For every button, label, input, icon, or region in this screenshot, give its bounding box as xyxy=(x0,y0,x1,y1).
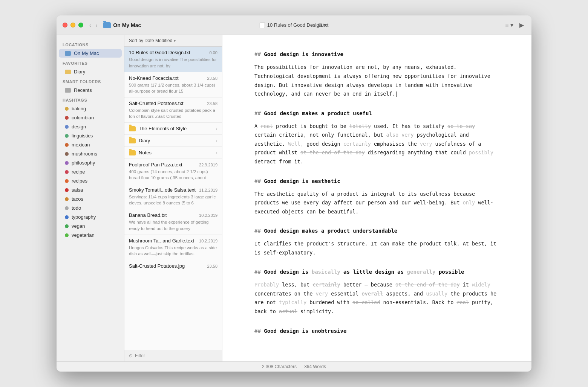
hashtag-dot-mexican xyxy=(65,143,69,147)
file-item-header-6: Foolproof Pan Pizza.text 22.9.2019 xyxy=(129,162,217,168)
titlebar-right: ≡ ▾ ▶ xyxy=(504,21,525,29)
hashtag-dot-philosophy xyxy=(65,161,69,165)
recents-icon xyxy=(65,88,71,93)
sidebar-item-diary[interactable]: Diary xyxy=(59,67,122,76)
folder-item-4[interactable]: Diary › xyxy=(124,135,222,147)
sidebar-item-hashtag-mushrooms[interactable]: mushrooms xyxy=(59,149,122,158)
hashtag-dot-recipes xyxy=(65,179,69,183)
diary-folder-icon xyxy=(65,70,71,74)
muted-possibly: possibly xyxy=(469,149,493,155)
sidebar-item-hashtag-design[interactable]: design xyxy=(59,122,122,131)
file-item-2[interactable]: Salt-Crusted Potatoes.txt 23.58 Colombia… xyxy=(124,98,222,123)
file-size-0: 0.00 xyxy=(210,50,217,55)
filter-icon: ⊙ xyxy=(129,353,133,358)
chevron-right-4: › xyxy=(216,138,217,143)
sidebar-item-hashtag-typography[interactable]: typography xyxy=(59,213,122,221)
sidebar-item-hashtag-baking[interactable]: baking xyxy=(59,104,122,113)
sidebar-item-hashtag-vegan[interactable]: vegan xyxy=(59,222,122,230)
sidebar-item-hashtag-tacos[interactable]: tacos xyxy=(59,195,122,203)
text-cursor xyxy=(396,91,397,97)
strike-certainly: certainly xyxy=(343,141,371,147)
hashtag-label-baking: baking xyxy=(72,106,86,111)
sidebar-item-hashtag-salsa[interactable]: salsa xyxy=(59,186,122,194)
folder-item-left-5: Notes xyxy=(129,150,152,155)
sidebar-item-hashtag-vegetarian[interactable]: vegetarian xyxy=(59,231,122,239)
file-item-9[interactable]: Mushroom Ta...and Garlic.text 10.2.2019 … xyxy=(124,235,222,260)
heading-prefix-6: ## xyxy=(254,328,264,334)
sidebar-item-recents[interactable]: Recents xyxy=(59,86,122,94)
sidebar-item-hashtag-philosophy[interactable]: philosophy xyxy=(59,158,122,167)
file-item-header-10: Salt-Crusted Potatoes.jpg 23.58 xyxy=(129,263,217,269)
sidebar-item-hashtag-todo[interactable]: todo xyxy=(59,204,122,212)
strike-certainly2: certainly xyxy=(312,282,340,288)
sidebar-item-hashtag-mexican[interactable]: mexican xyxy=(59,140,122,149)
close-button[interactable] xyxy=(63,23,67,27)
hashtag-dot-typography xyxy=(65,215,69,219)
file-name-2: Salt-Crusted Potatoes.txt xyxy=(129,101,184,106)
muted-probably: Probably xyxy=(254,282,279,288)
file-item-header-8: Banana Bread.txt 10.2.2019 xyxy=(129,212,217,218)
favorites-label: Favorites xyxy=(57,58,124,67)
heading-prefix-1: ## xyxy=(254,51,264,57)
sidebar-item-onmymac[interactable]: On My Mac xyxy=(59,49,122,58)
hashtag-label-recipes: recipes xyxy=(72,178,87,184)
hashtag-dot-vegan xyxy=(65,224,69,228)
strike-attheend: at the end of the day xyxy=(300,149,365,155)
file-preview-6: 400 grams (14 ounces, about 2 1/2 cups) … xyxy=(129,169,217,181)
folder-name-4: Diary xyxy=(139,138,150,143)
file-item-10[interactable]: Salt-Crusted Potatoes.jpg 23.58 xyxy=(124,260,222,273)
body-4: It clarifies the product's structure. It… xyxy=(254,239,499,257)
sidebar-item-hashtag-recipes[interactable]: recipes xyxy=(59,177,122,185)
strike-overall: overall xyxy=(361,291,383,297)
fullscreen-button[interactable] xyxy=(78,23,83,27)
file-item-7[interactable]: Smoky Tomatil...otle Salsa.text 11.2.201… xyxy=(124,184,222,209)
editor[interactable]: ## Good design is innovative The possibi… xyxy=(222,35,531,361)
heading-5: ## Good design is basically as little de… xyxy=(254,268,499,277)
muted-typically: typically xyxy=(279,299,306,305)
back-arrow[interactable]: ‹ xyxy=(88,21,93,29)
file-name-10: Salt-Crusted Potatoes.jpg xyxy=(129,263,185,269)
list-view-icon[interactable]: ≡ ▾ xyxy=(504,21,515,29)
file-item-header-7: Smoky Tomatil...otle Salsa.text 11.2.201… xyxy=(129,187,217,193)
strike-socalled: so-called xyxy=(352,299,380,305)
hashtag-label-design: design xyxy=(72,124,86,130)
hashtag-label-todo: todo xyxy=(72,205,81,211)
titlebar: ‹ › On My Mac ⊞ ▾ 10 Rules of Good Desig… xyxy=(57,15,531,35)
folder-item-3[interactable]: The Elements of Style › xyxy=(124,123,222,135)
file-item-8[interactable]: Banana Bread.txt 10.2.2019 We have all h… xyxy=(124,209,222,235)
sidebar-item-hashtag-colombian[interactable]: colombian xyxy=(59,113,122,122)
file-preview-1: 500 grams (17 1/2 ounces, about 3 1/4 cu… xyxy=(129,82,217,94)
hashtag-dot-baking xyxy=(65,107,69,111)
sidebar-item-hashtag-linguistics[interactable]: linguistics xyxy=(59,131,122,140)
sidebar-item-hashtag-recipe[interactable]: recipe xyxy=(59,168,122,176)
forward-arrow[interactable]: › xyxy=(94,21,99,29)
file-size-7: 11.2.2019 xyxy=(199,188,217,192)
hashtag-dot-colombian xyxy=(65,116,69,120)
folder-item-5[interactable]: Notes › xyxy=(124,147,222,159)
file-item-header-1: No-Knead Focaccia.txt 23.58 xyxy=(129,75,217,81)
heading-4: ## Good design makes a product understan… xyxy=(254,227,499,236)
folder-item-left-3: The Elements of Style xyxy=(129,126,187,131)
section-1: ## Good design is innovative The possibi… xyxy=(254,50,499,98)
body-1: The possibilities for innovation are not… xyxy=(254,63,499,99)
heading-6: ## Good design is unobtrusive xyxy=(254,327,499,336)
file-size-8: 10.2.2019 xyxy=(199,213,217,218)
minimize-button[interactable] xyxy=(70,23,75,27)
file-list: Sort by Date Modified ▾ 10 Rules of Good… xyxy=(124,35,222,361)
muted-very2: very xyxy=(316,291,328,297)
muted-generally: generally xyxy=(407,269,436,275)
file-item-0[interactable]: 10 Rules of Good Design.txt 0.00 Good de… xyxy=(124,47,222,72)
heading-text-2: Good design makes a product useful xyxy=(264,110,372,116)
muted-basically: basically xyxy=(312,269,340,275)
heading-prefix-5: ## xyxy=(254,269,264,275)
file-item-6[interactable]: Foolproof Pan Pizza.text 22.9.2019 400 g… xyxy=(124,159,222,184)
play-icon[interactable]: ▶ xyxy=(518,21,525,29)
window-title-label: On My Mac xyxy=(113,22,141,28)
file-size-2: 23.58 xyxy=(207,101,217,106)
file-item-1[interactable]: No-Knead Focaccia.txt 23.58 500 grams (1… xyxy=(124,72,222,98)
hashtag-label-tacos: tacos xyxy=(72,196,83,202)
file-list-header[interactable]: Sort by Date Modified ▾ xyxy=(124,35,222,47)
folder-icon-3 xyxy=(129,126,136,131)
smart-folders-label: Smart Folders xyxy=(57,76,124,85)
file-preview-0: Good design is innovative The possibilit… xyxy=(129,56,217,69)
